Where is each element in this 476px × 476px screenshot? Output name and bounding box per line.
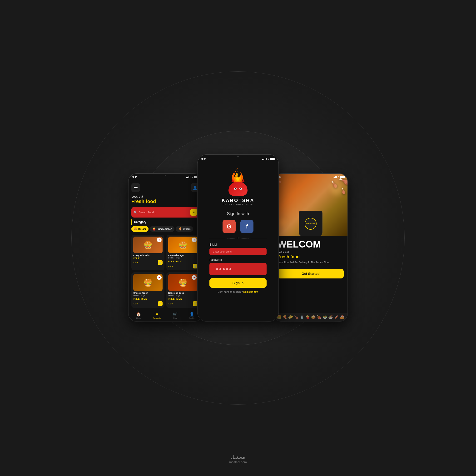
- food-card-3[interactable]: 🍔 ♥ Chessy Ranch Double 75 L.E Single: [131, 272, 165, 308]
- sign-in-button[interactable]: Sign In: [209, 278, 267, 288]
- illust-5: 🥤: [300, 315, 305, 319]
- search-placeholder: Search Food...: [139, 211, 189, 214]
- food-card-1[interactable]: 🍔 ♥ Crazy Kabotsha 97 L.E 4.3 ★: [131, 235, 165, 270]
- horn-left: [231, 179, 234, 182]
- price-label-double-2: Double: [168, 257, 175, 259]
- center-screen: 9:41 ∿: [198, 155, 278, 321]
- logo-area: —— KABOTSHA —— CHICKEN AND BURGER: [214, 161, 262, 208]
- password-form-group: Password: [209, 258, 267, 275]
- battery-fill-left: [194, 176, 198, 178]
- cat-tab-burger[interactable]: 🍔 Burger: [131, 226, 149, 232]
- password-label: Password: [209, 258, 267, 262]
- dot2: [220, 268, 221, 270]
- eye-right: [239, 187, 242, 190]
- food-meta-1: 4.3 ★ 🛒: [133, 260, 163, 265]
- right-fresh-food: Fresh food: [277, 255, 344, 259]
- camera-center: [237, 156, 239, 157]
- get-started-button[interactable]: Get Started: [277, 269, 344, 278]
- nav-home[interactable]: 🏠 Home: [136, 312, 141, 319]
- burger-cat-label: Burger: [138, 228, 146, 230]
- brand-text-area: —— KABOTSHA —— CHICKEN AND BURGER: [214, 198, 262, 205]
- password-dots: [213, 265, 263, 273]
- rating-4: 4.0 ★: [168, 303, 173, 305]
- star-icon-1: ★: [136, 262, 138, 264]
- cart-btn-1[interactable]: 🛒: [158, 260, 163, 265]
- profile-label: Profile: [189, 317, 195, 319]
- food-price-single-3: 64 L.E: [141, 298, 147, 300]
- search-bar[interactable]: 🔍 Search Food... ≡: [131, 207, 200, 218]
- password-input-display[interactable]: [209, 263, 267, 275]
- hamburger-button[interactable]: [131, 183, 140, 192]
- heart-icon-3[interactable]: ♥: [157, 275, 162, 280]
- battery-center: [270, 158, 275, 160]
- search-icon: 🔍: [134, 211, 137, 214]
- dot4: [226, 268, 228, 270]
- status-icons-left: ∿: [186, 176, 199, 178]
- heart-icon-2[interactable]: ♥: [192, 238, 197, 242]
- rating-1: 4.3 ★: [133, 262, 138, 264]
- food-card-4[interactable]: 🍔 ♥ Kabotsha Boss Double 75 L.E Single: [166, 272, 200, 308]
- heart-icon-1[interactable]: ♥: [157, 238, 162, 242]
- status-icons-center: ∿: [262, 158, 275, 160]
- brand-name: KABOTSHA: [221, 198, 254, 203]
- nav-profile[interactable]: 👤 Profile: [189, 312, 195, 319]
- home-label: Home: [136, 317, 141, 319]
- food-img-4: 🍔 ♥: [168, 274, 198, 291]
- food-card-2[interactable]: 🍔 ♥ Caramel Burger Double 87 L.E Single: [166, 235, 200, 270]
- rating-2: 4.1 ★: [168, 265, 173, 267]
- nav-favourite[interactable]: ♥ Favourite: [153, 312, 161, 319]
- r-bar3: [335, 176, 336, 178]
- filter-button[interactable]: ≡: [190, 209, 197, 216]
- right-content: WELCOM Let's eat Fresh food Order Now An…: [274, 236, 347, 313]
- food-price-single-2: 67 L.E: [176, 260, 182, 262]
- fresh-food-subtitle: Fresh food: [130, 199, 200, 206]
- email-input-display[interactable]: Enter your Email: [209, 248, 267, 255]
- price-label-single-4: Single: [176, 295, 182, 296]
- phone-right: 9:41 ∿: [274, 174, 347, 321]
- illust-11: 🥓: [334, 315, 339, 319]
- bucket-logo: KABOTSHA: [305, 218, 317, 230]
- star-1: 4.3: [133, 262, 136, 264]
- cat-tab-fried[interactable]: 🍟 Fried chicken: [150, 226, 174, 232]
- google-letter: G: [227, 223, 231, 230]
- cart-btn-3[interactable]: 🛒: [158, 301, 163, 306]
- food-emoji-4: 🍔: [178, 278, 187, 287]
- brand-sub: CHICKEN AND BURGER: [214, 203, 262, 205]
- c-bar4: [266, 158, 267, 160]
- signin-title: Sign In with: [227, 211, 249, 216]
- nav-shop[interactable]: 🛒 Shop: [173, 312, 178, 319]
- battery-right: [340, 176, 345, 178]
- illust-2: 🍕: [283, 315, 287, 319]
- left-screen: 9:41 ∿: [129, 174, 202, 321]
- hero-status-icons: ∿: [333, 176, 345, 178]
- battery-fill-right: [340, 176, 344, 178]
- status-time-left: 9:41: [132, 176, 137, 178]
- google-signin-button[interactable]: G: [222, 220, 236, 233]
- profile-nav-icon: 👤: [189, 312, 194, 317]
- dot1: [216, 268, 218, 270]
- food-emoji-1: 🍔: [143, 241, 152, 249]
- facebook-signin-button[interactable]: f: [240, 220, 254, 233]
- category-label: Category: [131, 220, 200, 225]
- others-cat-label: Others: [183, 228, 190, 230]
- heart-icon-4[interactable]: ♥: [192, 275, 197, 280]
- food-name-4: Kabotsha Boss: [168, 292, 198, 294]
- bokeh2: [278, 219, 286, 226]
- cat-tab-others[interactable]: 🍕 Others: [176, 226, 193, 232]
- cart-btn-2[interactable]: 🛒: [193, 264, 198, 269]
- cart-btn-4[interactable]: 🛒: [193, 301, 198, 306]
- divider-line-right: [251, 238, 267, 238]
- illust-10: 🍜: [328, 315, 333, 319]
- phone-center: 9:41 ∿: [198, 155, 278, 321]
- right-screen: 9:41 ∿: [274, 174, 347, 321]
- left-phone-content: 👤 Let's eat Fresh food 🔍 Search Food... …: [129, 179, 202, 321]
- food-grid: 🍔 ♥ Crazy Kabotsha 97 L.E 4.3 ★: [130, 234, 200, 309]
- bottom-nav: 🏠 Home ♥ Favourite 🛒 Shop 👤 Profile: [130, 310, 200, 320]
- filter-icon: ≡: [193, 211, 194, 214]
- pupil-left: [235, 188, 236, 189]
- register-link[interactable]: Register now: [243, 290, 258, 293]
- star-icon-2: ★: [171, 265, 173, 267]
- star-icon-3: ★: [136, 303, 138, 305]
- c-bar2: [263, 159, 264, 160]
- wifi-center: ∿: [268, 158, 270, 160]
